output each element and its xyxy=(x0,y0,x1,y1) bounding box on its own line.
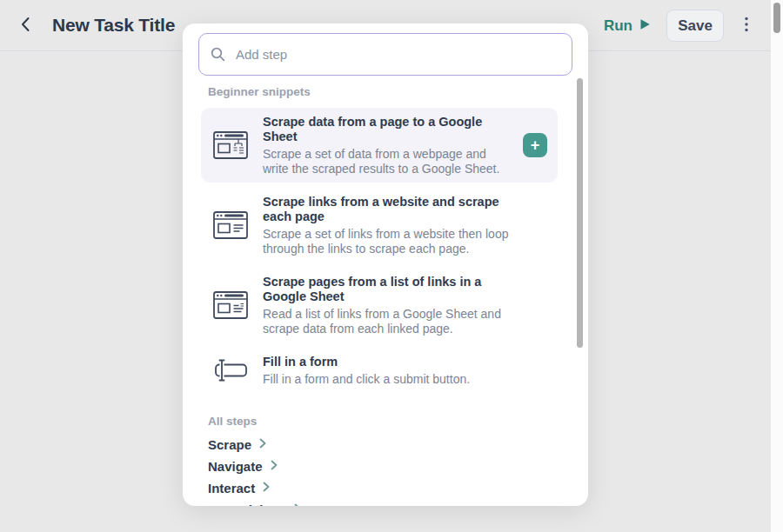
section-label-beginner-snippets: Beginner snippets xyxy=(208,85,588,99)
browser-scrape-links-icon xyxy=(211,209,250,241)
snippet-title: Scrape links from a website and scrape e… xyxy=(263,195,524,224)
snippet-title: Fill in a form xyxy=(263,355,524,369)
snippet-title: Scrape pages from a list of links in a G… xyxy=(263,275,524,304)
page-scrollbar-thumb[interactable] xyxy=(773,3,780,33)
kebab-menu-icon xyxy=(745,22,748,35)
snippet-description: Fill in a form and click a submit button… xyxy=(263,372,524,387)
snippet-card-scrape-pages[interactable]: Scrape pages from a list of links in a G… xyxy=(201,268,558,342)
section-label-all-steps: All steps xyxy=(208,415,588,429)
page-scrollbar-track[interactable] xyxy=(771,0,783,532)
category-interact[interactable]: Interact xyxy=(208,481,588,495)
form-input-icon xyxy=(211,356,250,385)
search-input[interactable] xyxy=(198,33,572,76)
back-button[interactable] xyxy=(12,12,38,38)
run-button[interactable]: Run xyxy=(604,17,651,35)
category-label: Scrape xyxy=(208,437,251,452)
save-button[interactable]: Save xyxy=(666,10,724,42)
add-snippet-button[interactable]: + xyxy=(523,133,547,157)
category-scrape[interactable]: Scrape xyxy=(208,437,588,452)
browser-scrape-data-icon xyxy=(211,130,250,161)
add-step-modal: Beginner snippets Scrape data from a pag… xyxy=(183,23,588,506)
chevron-right-icon xyxy=(294,502,301,506)
snippet-card-scrape-data[interactable]: Scrape data from a page to a Google Shee… xyxy=(201,108,558,183)
category-label: Spreadsheet xyxy=(208,502,286,507)
category-label: Navigate xyxy=(208,459,263,474)
snippet-title: Scrape data from a page to a Google Shee… xyxy=(263,115,510,144)
snippet-card-fill-form[interactable]: Fill in a form Fill in a form and click … xyxy=(201,348,558,394)
chevron-left-icon xyxy=(20,17,30,35)
snippet-description: Scrape a set of links from a website the… xyxy=(263,227,524,256)
chevron-right-icon xyxy=(271,458,278,474)
snippet-list: Scrape data from a page to a Google Shee… xyxy=(201,108,558,394)
snippet-description: Read a list of links from a Google Sheet… xyxy=(263,307,524,336)
play-icon xyxy=(639,17,651,35)
run-button-label: Run xyxy=(604,17,632,35)
modal-scrollbar[interactable] xyxy=(577,78,583,348)
category-spreadsheet[interactable]: Spreadsheet xyxy=(208,502,588,507)
more-options-button[interactable] xyxy=(740,13,753,38)
chevron-right-icon xyxy=(259,436,266,452)
page-title: New Task Title xyxy=(52,15,175,36)
category-navigate[interactable]: Navigate xyxy=(208,459,588,474)
add-step-search xyxy=(198,33,572,76)
step-category-list: Scrape Navigate Interact Spreadsheet xyxy=(208,437,588,507)
chevron-right-icon xyxy=(263,480,270,495)
browser-scrape-pages-icon xyxy=(211,289,250,321)
plus-icon: + xyxy=(531,136,540,154)
category-label: Interact xyxy=(208,481,255,495)
snippet-description: Scrape a set of data from a webpage and … xyxy=(263,147,510,176)
snippet-card-scrape-links[interactable]: Scrape links from a website and scrape e… xyxy=(201,188,558,263)
search-icon xyxy=(211,47,225,65)
